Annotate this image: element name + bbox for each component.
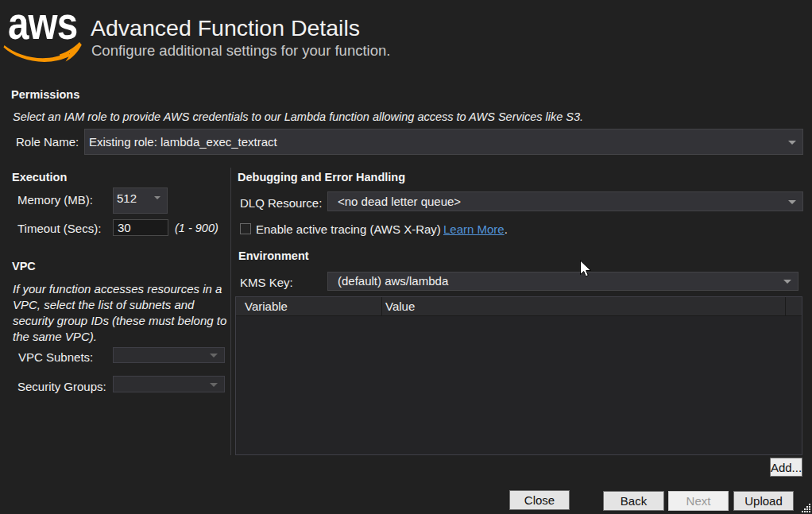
svg-text:aws: aws [8,0,77,48]
